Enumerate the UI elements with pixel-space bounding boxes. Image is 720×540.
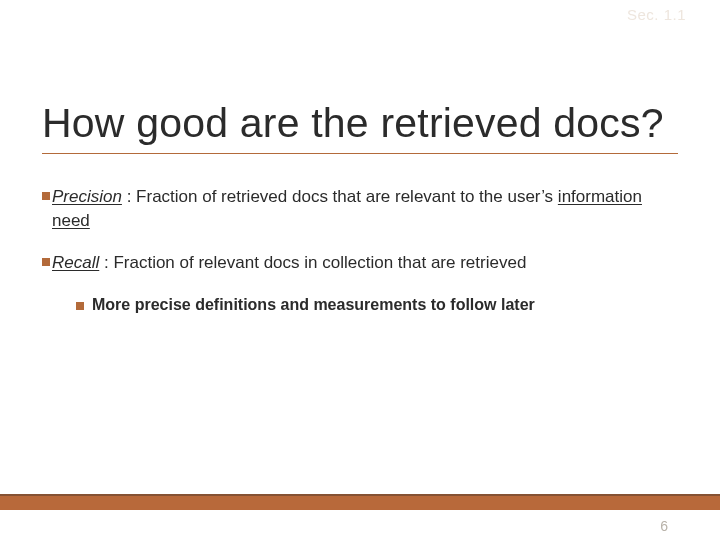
bullet-text: Recall : Fraction of relevant docs in co… [52,251,678,275]
bullet-item: Precision : Fraction of retrieved docs t… [42,185,678,233]
slide-title: How good are the retrieved docs? [42,100,678,154]
bullet-term: Precision [52,187,122,206]
sub-bullet-text: More precise definitions and measurement… [92,296,535,314]
bullet-term: Recall [52,253,99,272]
slide: Sec. 1.1 How good are the retrieved docs… [0,0,720,540]
page-number: 6 [660,518,668,534]
bullet-icon [42,192,50,200]
bullet-rest: : Fraction of retrieved docs that are re… [122,187,558,206]
bullet-item: Recall : Fraction of relevant docs in co… [42,251,678,275]
slide-body: Precision : Fraction of retrieved docs t… [42,185,678,314]
section-label: Sec. 1.1 [627,6,686,23]
bullet-icon [42,258,50,266]
bullet-text: Precision : Fraction of retrieved docs t… [52,185,678,233]
sub-bullet-item: More precise definitions and measurement… [76,296,678,314]
bullet-icon [76,302,84,310]
footer-bar [0,494,720,510]
bullet-rest: : Fraction of relevant docs in collectio… [99,253,526,272]
